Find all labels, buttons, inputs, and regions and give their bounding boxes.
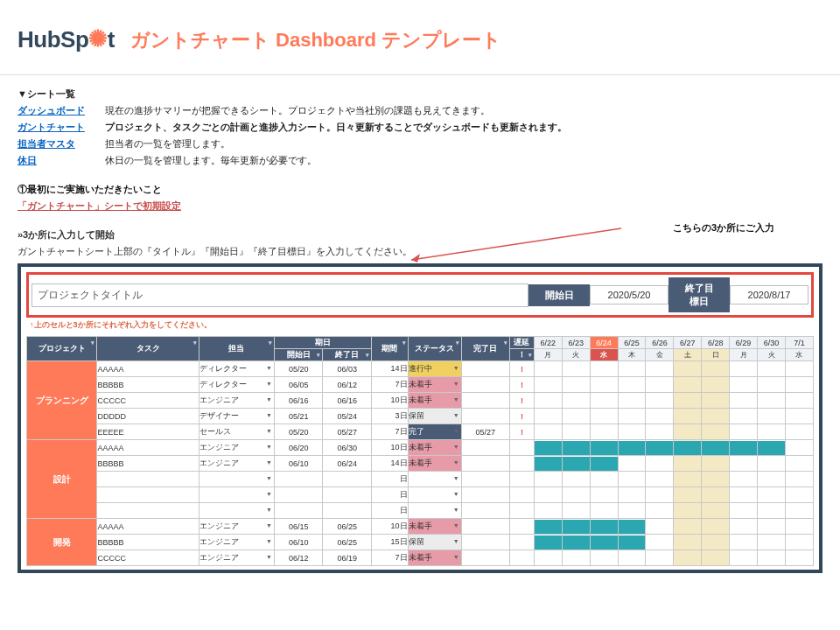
duration-cell[interactable]: 14日 bbox=[371, 456, 408, 472]
assignee-cell[interactable]: ▼ bbox=[199, 487, 274, 503]
status-cell[interactable]: ▼ bbox=[408, 472, 461, 487]
end-cell[interactable]: 06/12 bbox=[323, 377, 371, 393]
dropdown-icon[interactable]: ▼ bbox=[453, 459, 459, 466]
task-cell[interactable] bbox=[97, 503, 200, 519]
start-cell[interactable]: 06/12 bbox=[274, 550, 322, 566]
dropdown-icon[interactable]: ▼ bbox=[453, 412, 459, 418]
end-date-input[interactable]: 2020/8/17 bbox=[730, 285, 808, 304]
start-cell[interactable]: 05/21 bbox=[274, 409, 322, 424]
task-cell[interactable]: BBBBB bbox=[97, 535, 200, 550]
status-cell[interactable]: ▼ bbox=[408, 503, 461, 519]
assignee-cell[interactable]: エンジニア▼ bbox=[199, 440, 274, 456]
finish-cell[interactable] bbox=[461, 519, 509, 535]
start-cell[interactable]: 06/15 bbox=[274, 519, 322, 535]
duration-cell[interactable]: 7日 bbox=[371, 550, 408, 566]
start-cell[interactable] bbox=[274, 503, 322, 519]
assignee-cell[interactable]: ディレクター▼ bbox=[199, 377, 274, 393]
status-cell[interactable]: 保留▼ bbox=[408, 535, 461, 550]
finish-cell[interactable] bbox=[461, 393, 509, 409]
start-cell[interactable]: 06/10 bbox=[274, 456, 322, 472]
dropdown-icon[interactable]: ▼ bbox=[453, 538, 459, 544]
project-title-input[interactable]: プロジェクトタイトル bbox=[32, 284, 528, 307]
assignee-cell[interactable]: ▼ bbox=[199, 503, 274, 519]
duration-cell[interactable]: 10日 bbox=[371, 519, 408, 535]
task-cell[interactable] bbox=[97, 472, 200, 487]
filter-icon[interactable]: ▾ bbox=[504, 340, 508, 346]
duration-cell[interactable]: 10日 bbox=[371, 393, 408, 409]
sheet-link[interactable]: ガントチャート bbox=[18, 121, 105, 134]
dropdown-icon[interactable]: ▼ bbox=[266, 538, 272, 544]
filter-icon[interactable]: ▾ bbox=[317, 352, 320, 359]
dropdown-icon[interactable]: ▼ bbox=[266, 522, 272, 528]
finish-cell[interactable] bbox=[461, 361, 509, 377]
assignee-cell[interactable]: ディレクター▼ bbox=[199, 361, 274, 377]
end-cell[interactable]: 06/25 bbox=[323, 535, 371, 550]
dropdown-icon[interactable]: ▼ bbox=[266, 396, 272, 402]
duration-cell[interactable]: 15日 bbox=[371, 535, 408, 550]
task-cell[interactable]: CCCCC bbox=[97, 550, 200, 566]
filter-icon[interactable]: ▾ bbox=[456, 340, 459, 346]
filter-icon[interactable]: ▾ bbox=[193, 340, 197, 346]
finish-cell[interactable] bbox=[461, 535, 509, 550]
end-cell[interactable]: 06/30 bbox=[323, 440, 371, 456]
filter-icon[interactable]: ▾ bbox=[402, 340, 406, 346]
status-cell[interactable]: 未着手▼ bbox=[408, 377, 461, 393]
start-cell[interactable]: 06/05 bbox=[274, 377, 322, 393]
dropdown-icon[interactable]: ▼ bbox=[266, 412, 272, 418]
dropdown-icon[interactable]: ▼ bbox=[453, 396, 459, 402]
sheet-link[interactable]: 休日 bbox=[18, 154, 105, 167]
duration-cell[interactable]: 14日 bbox=[371, 361, 408, 377]
status-cell[interactable]: 保留▼ bbox=[408, 409, 461, 424]
dropdown-icon[interactable]: ▼ bbox=[266, 475, 272, 481]
finish-cell[interactable]: 05/27 bbox=[461, 424, 509, 440]
end-cell[interactable]: 06/24 bbox=[323, 456, 371, 472]
start-cell[interactable] bbox=[274, 472, 322, 487]
status-cell[interactable]: 未着手▼ bbox=[408, 440, 461, 456]
sheet-link[interactable]: ダッシュボード bbox=[18, 104, 105, 117]
start-date-input[interactable]: 2020/5/20 bbox=[590, 285, 668, 304]
status-cell[interactable]: 完了▼ bbox=[408, 424, 461, 440]
task-cell[interactable]: AAAAA bbox=[97, 440, 200, 456]
start-cell[interactable]: 05/20 bbox=[274, 361, 322, 377]
task-cell[interactable]: AAAAA bbox=[97, 361, 200, 377]
filter-icon[interactable]: ▾ bbox=[91, 340, 94, 346]
status-cell[interactable]: ▼ bbox=[408, 487, 461, 503]
task-cell[interactable]: EEEEE bbox=[97, 424, 200, 440]
status-cell[interactable]: 未着手▼ bbox=[408, 550, 461, 566]
task-cell[interactable]: CCCCC bbox=[97, 393, 200, 409]
finish-cell[interactable] bbox=[461, 440, 509, 456]
finish-cell[interactable] bbox=[461, 487, 509, 503]
dropdown-icon[interactable]: ▼ bbox=[453, 365, 459, 371]
finish-cell[interactable] bbox=[461, 377, 509, 393]
end-cell[interactable]: 06/25 bbox=[323, 519, 371, 535]
status-cell[interactable]: 未着手▼ bbox=[408, 456, 461, 472]
end-cell[interactable]: 06/19 bbox=[323, 550, 371, 566]
filter-icon[interactable]: ▾ bbox=[528, 352, 532, 359]
duration-cell[interactable]: 日 bbox=[371, 472, 408, 487]
dropdown-icon[interactable]: ▼ bbox=[453, 507, 459, 513]
start-cell[interactable]: 06/20 bbox=[274, 440, 322, 456]
step1-link[interactable]: 「ガントチャート」シートで初期設定 bbox=[18, 200, 181, 211]
dropdown-icon[interactable]: ▼ bbox=[266, 491, 272, 497]
end-cell[interactable]: 05/24 bbox=[323, 409, 371, 424]
duration-cell[interactable]: 7日 bbox=[371, 424, 408, 440]
assignee-cell[interactable]: セールス▼ bbox=[199, 424, 274, 440]
end-cell[interactable]: 06/16 bbox=[323, 393, 371, 409]
finish-cell[interactable] bbox=[461, 503, 509, 519]
duration-cell[interactable]: 3日 bbox=[371, 409, 408, 424]
dropdown-icon[interactable]: ▼ bbox=[266, 459, 272, 466]
finish-cell[interactable] bbox=[461, 472, 509, 487]
assignee-cell[interactable]: エンジニア▼ bbox=[199, 456, 274, 472]
dropdown-icon[interactable]: ▼ bbox=[453, 554, 459, 560]
filter-icon[interactable]: ▾ bbox=[366, 352, 369, 359]
start-cell[interactable] bbox=[274, 487, 322, 503]
dropdown-icon[interactable]: ▼ bbox=[453, 475, 459, 481]
assignee-cell[interactable]: エンジニア▼ bbox=[199, 535, 274, 550]
dropdown-icon[interactable]: ▼ bbox=[266, 428, 272, 434]
status-cell[interactable]: 進行中▼ bbox=[408, 361, 461, 377]
assignee-cell[interactable]: エンジニア▼ bbox=[199, 519, 274, 535]
task-cell[interactable]: BBBBB bbox=[97, 456, 200, 472]
filter-icon[interactable]: ▾ bbox=[269, 340, 272, 346]
dropdown-icon[interactable]: ▼ bbox=[266, 381, 272, 387]
dropdown-icon[interactable]: ▼ bbox=[453, 381, 459, 387]
